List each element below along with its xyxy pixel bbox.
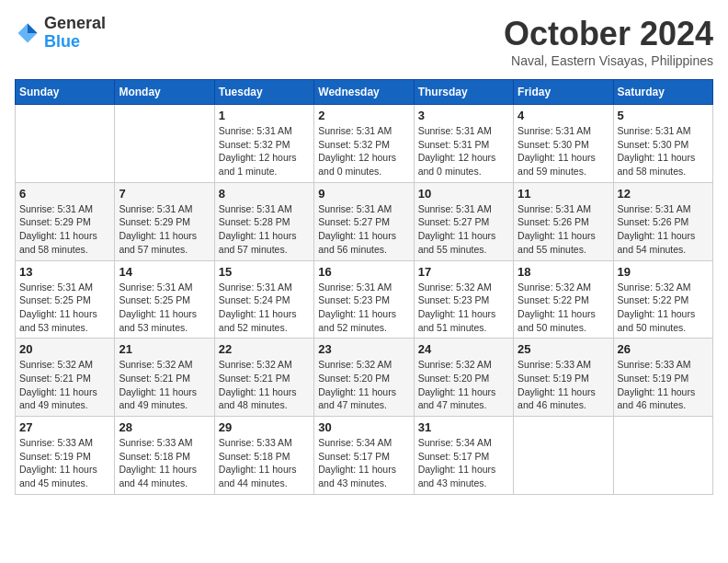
calendar-cell: 18Sunrise: 5:32 AM Sunset: 5:22 PM Dayli…	[514, 260, 613, 339]
day-info: Sunrise: 5:34 AM Sunset: 5:17 PM Dayligh…	[418, 436, 509, 490]
day-info: Sunrise: 5:31 AM Sunset: 5:27 PM Dayligh…	[418, 202, 509, 257]
calendar-cell: 17Sunrise: 5:32 AM Sunset: 5:23 PM Dayli…	[414, 260, 513, 339]
day-info: Sunrise: 5:31 AM Sunset: 5:26 PM Dayligh…	[618, 202, 709, 257]
day-number: 7	[119, 187, 210, 201]
day-number: 14	[119, 265, 210, 279]
month-title: October 2024	[504, 15, 713, 53]
calendar-cell	[115, 105, 214, 183]
day-info: Sunrise: 5:31 AM Sunset: 5:26 PM Dayligh…	[518, 202, 609, 257]
logo-text: General Blue	[44, 15, 106, 52]
day-number: 3	[418, 109, 509, 122]
day-number: 9	[318, 187, 409, 201]
day-info: Sunrise: 5:31 AM Sunset: 5:24 PM Dayligh…	[219, 281, 310, 335]
header-friday: Friday	[514, 80, 613, 105]
calendar-cell: 22Sunrise: 5:32 AM Sunset: 5:21 PM Dayli…	[214, 339, 313, 417]
calendar-cell	[514, 417, 613, 495]
day-number: 31	[418, 420, 509, 434]
day-number: 26	[618, 342, 709, 356]
day-info: Sunrise: 5:31 AM Sunset: 5:28 PM Dayligh…	[219, 202, 310, 257]
calendar-cell: 29Sunrise: 5:33 AM Sunset: 5:18 PM Dayli…	[214, 417, 313, 495]
calendar-cell: 11Sunrise: 5:31 AM Sunset: 5:26 PM Dayli…	[514, 182, 613, 260]
day-number: 22	[219, 342, 310, 356]
week-row-5: 27Sunrise: 5:33 AM Sunset: 5:19 PM Dayli…	[16, 417, 713, 495]
day-info: Sunrise: 5:33 AM Sunset: 5:18 PM Dayligh…	[119, 436, 210, 490]
calendar-cell: 21Sunrise: 5:32 AM Sunset: 5:21 PM Dayli…	[115, 339, 214, 417]
day-info: Sunrise: 5:31 AM Sunset: 5:27 PM Dayligh…	[318, 202, 409, 257]
calendar-cell: 15Sunrise: 5:31 AM Sunset: 5:24 PM Dayli…	[214, 260, 313, 339]
header-sunday: Sunday	[16, 80, 115, 105]
day-info: Sunrise: 5:31 AM Sunset: 5:30 PM Dayligh…	[618, 124, 709, 178]
day-number: 4	[518, 109, 609, 122]
calendar-cell: 7Sunrise: 5:31 AM Sunset: 5:29 PM Daylig…	[115, 182, 214, 260]
day-number: 28	[119, 420, 210, 434]
calendar-cell: 6Sunrise: 5:31 AM Sunset: 5:29 PM Daylig…	[16, 182, 115, 260]
day-info: Sunrise: 5:31 AM Sunset: 5:29 PM Dayligh…	[119, 202, 210, 257]
day-number: 12	[618, 187, 709, 201]
day-info: Sunrise: 5:33 AM Sunset: 5:19 PM Dayligh…	[618, 358, 709, 412]
day-info: Sunrise: 5:32 AM Sunset: 5:22 PM Dayligh…	[618, 281, 709, 335]
calendar-cell: 14Sunrise: 5:31 AM Sunset: 5:25 PM Dayli…	[115, 260, 214, 339]
calendar-header: SundayMondayTuesdayWednesdayThursdayFrid…	[16, 80, 713, 105]
page-header: General Blue October 2024 Naval, Eastern…	[15, 15, 713, 68]
day-info: Sunrise: 5:34 AM Sunset: 5:17 PM Dayligh…	[318, 436, 409, 490]
day-info: Sunrise: 5:31 AM Sunset: 5:31 PM Dayligh…	[418, 124, 509, 178]
day-info: Sunrise: 5:32 AM Sunset: 5:21 PM Dayligh…	[219, 358, 310, 412]
day-number: 21	[119, 342, 210, 356]
day-number: 10	[418, 187, 509, 201]
day-number: 27	[19, 420, 110, 434]
day-info: Sunrise: 5:32 AM Sunset: 5:21 PM Dayligh…	[119, 358, 210, 412]
day-info: Sunrise: 5:31 AM Sunset: 5:25 PM Dayligh…	[19, 281, 110, 335]
calendar-cell: 26Sunrise: 5:33 AM Sunset: 5:19 PM Dayli…	[613, 339, 712, 417]
calendar-cell: 4Sunrise: 5:31 AM Sunset: 5:30 PM Daylig…	[514, 105, 613, 183]
day-info: Sunrise: 5:32 AM Sunset: 5:20 PM Dayligh…	[418, 358, 509, 412]
logo-blue: Blue	[44, 33, 106, 52]
calendar-cell: 19Sunrise: 5:32 AM Sunset: 5:22 PM Dayli…	[613, 260, 712, 339]
day-number: 25	[518, 342, 609, 356]
day-info: Sunrise: 5:33 AM Sunset: 5:19 PM Dayligh…	[19, 436, 110, 490]
calendar-cell	[613, 417, 712, 495]
day-number: 19	[618, 265, 709, 279]
calendar-cell: 30Sunrise: 5:34 AM Sunset: 5:17 PM Dayli…	[314, 417, 414, 495]
day-info: Sunrise: 5:31 AM Sunset: 5:32 PM Dayligh…	[219, 124, 310, 178]
logo: General Blue	[15, 15, 106, 52]
week-row-4: 20Sunrise: 5:32 AM Sunset: 5:21 PM Dayli…	[16, 339, 713, 417]
calendar-table: SundayMondayTuesdayWednesdayThursdayFrid…	[15, 79, 713, 495]
day-info: Sunrise: 5:32 AM Sunset: 5:20 PM Dayligh…	[318, 358, 409, 412]
day-number: 5	[618, 109, 709, 122]
logo-general: General	[44, 15, 106, 33]
calendar-cell: 24Sunrise: 5:32 AM Sunset: 5:20 PM Dayli…	[414, 339, 513, 417]
day-info: Sunrise: 5:32 AM Sunset: 5:21 PM Dayligh…	[19, 358, 110, 412]
calendar-cell: 16Sunrise: 5:31 AM Sunset: 5:23 PM Dayli…	[314, 260, 414, 339]
calendar-cell: 28Sunrise: 5:33 AM Sunset: 5:18 PM Dayli…	[115, 417, 214, 495]
day-info: Sunrise: 5:33 AM Sunset: 5:19 PM Dayligh…	[518, 358, 609, 412]
calendar-cell	[16, 105, 115, 183]
day-info: Sunrise: 5:31 AM Sunset: 5:23 PM Dayligh…	[318, 281, 409, 335]
day-info: Sunrise: 5:31 AM Sunset: 5:30 PM Dayligh…	[518, 124, 609, 178]
location: Naval, Eastern Visayas, Philippines	[504, 53, 713, 68]
calendar-cell: 3Sunrise: 5:31 AM Sunset: 5:31 PM Daylig…	[414, 105, 513, 183]
day-number: 6	[19, 187, 110, 201]
day-number: 23	[318, 342, 409, 356]
day-info: Sunrise: 5:31 AM Sunset: 5:29 PM Dayligh…	[19, 202, 110, 257]
week-row-3: 13Sunrise: 5:31 AM Sunset: 5:25 PM Dayli…	[16, 260, 713, 339]
header-monday: Monday	[115, 80, 214, 105]
day-number: 16	[318, 265, 409, 279]
calendar-cell: 13Sunrise: 5:31 AM Sunset: 5:25 PM Dayli…	[16, 260, 115, 339]
day-number: 11	[518, 187, 609, 201]
week-row-1: 1Sunrise: 5:31 AM Sunset: 5:32 PM Daylig…	[16, 105, 713, 183]
header-tuesday: Tuesday	[214, 80, 313, 105]
calendar-cell: 25Sunrise: 5:33 AM Sunset: 5:19 PM Dayli…	[514, 339, 613, 417]
calendar-cell: 2Sunrise: 5:31 AM Sunset: 5:32 PM Daylig…	[314, 105, 414, 183]
logo-icon	[15, 20, 40, 46]
header-row: SundayMondayTuesdayWednesdayThursdayFrid…	[16, 80, 713, 105]
day-number: 1	[219, 109, 310, 122]
day-info: Sunrise: 5:31 AM Sunset: 5:32 PM Dayligh…	[318, 124, 409, 178]
day-info: Sunrise: 5:33 AM Sunset: 5:18 PM Dayligh…	[219, 436, 310, 490]
calendar-cell: 27Sunrise: 5:33 AM Sunset: 5:19 PM Dayli…	[16, 417, 115, 495]
calendar-cell: 8Sunrise: 5:31 AM Sunset: 5:28 PM Daylig…	[214, 182, 313, 260]
header-saturday: Saturday	[613, 80, 712, 105]
week-row-2: 6Sunrise: 5:31 AM Sunset: 5:29 PM Daylig…	[16, 182, 713, 260]
day-info: Sunrise: 5:31 AM Sunset: 5:25 PM Dayligh…	[119, 281, 210, 335]
calendar-cell: 9Sunrise: 5:31 AM Sunset: 5:27 PM Daylig…	[314, 182, 414, 260]
day-number: 18	[518, 265, 609, 279]
